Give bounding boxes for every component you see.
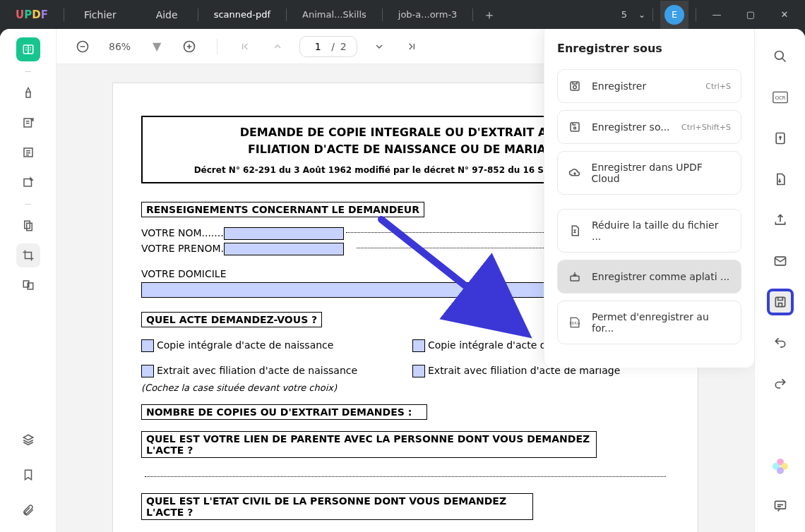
tab-count: 5	[617, 9, 631, 20]
prev-page-button[interactable]	[267, 36, 288, 57]
highlight-tool[interactable]	[16, 81, 40, 105]
save-as-button[interactable]	[767, 289, 794, 315]
share-button[interactable]	[767, 207, 794, 234]
checkbox[interactable]	[141, 339, 154, 352]
compress-icon	[568, 224, 582, 237]
checkbox[interactable]	[412, 339, 425, 352]
avatar-button[interactable]: E	[660, 1, 688, 29]
menu-file[interactable]: Fichier	[64, 9, 136, 20]
save-icon	[568, 80, 582, 92]
right-rail: OCR	[754, 29, 805, 532]
titlebar: UPDF Fichier Aide scanned-pdf Animal...S…	[0, 0, 805, 29]
save-as-icon	[568, 121, 582, 133]
svg-point-18	[573, 85, 577, 89]
app-logo: UPDF	[0, 8, 64, 21]
compress-button[interactable]	[767, 166, 794, 193]
cloud-icon	[568, 167, 582, 179]
ai-button[interactable]	[767, 453, 794, 480]
compare-tool[interactable]	[16, 273, 40, 297]
email-button[interactable]	[767, 248, 794, 274]
save-cloud-item[interactable]: Enregistrer dans UPDF Cloud	[557, 151, 741, 195]
zoom-dropdown[interactable]: ▼	[146, 36, 167, 57]
pages-tool[interactable]	[16, 140, 40, 164]
pdfa-icon: PDF/A	[568, 316, 582, 329]
chevron-down-icon[interactable]: ⌄	[638, 10, 645, 20]
page-indicator: / 2	[299, 36, 357, 57]
svg-text:PDF/A: PDF/A	[570, 321, 580, 325]
save-panel: Enregistrer sous Enregistrer Ctrl+S Enre…	[544, 29, 754, 368]
section-heading: QUEL EST L'ETAT CIVIL DE LA PERSONNE DON…	[141, 493, 533, 520]
svg-point-20	[574, 127, 576, 129]
window-maximize[interactable]: ▢	[737, 1, 764, 29]
window-close[interactable]: ✕	[771, 1, 798, 29]
new-tab-button[interactable]: ＋	[473, 6, 506, 23]
form-field-prenom[interactable]	[224, 243, 344, 255]
tab-0[interactable]: scanned-pdf	[198, 9, 286, 20]
redo-button[interactable]	[767, 370, 794, 397]
ocr-button[interactable]: OCR	[767, 84, 794, 111]
workspace: — — OCR 86% ▼	[0, 29, 805, 532]
section-heading: QUEL ACTE DEMANDEZ-VOUS ?	[141, 312, 322, 327]
organize-tool[interactable]	[16, 214, 40, 238]
svg-point-8	[775, 52, 783, 60]
save-pdfa-item[interactable]: PDF/A Permet d'enregistrer au for...	[557, 301, 741, 344]
flatten-icon	[568, 270, 582, 283]
save-as-item[interactable]: Enregistrer so... Ctrl+Shift+S	[557, 110, 741, 144]
page-current-input[interactable]	[310, 41, 326, 52]
form-tool[interactable]	[16, 170, 40, 194]
tab-1[interactable]: Animal...Skills	[287, 9, 382, 20]
form-field-nom[interactable]	[224, 227, 344, 240]
crop-tool[interactable]	[16, 243, 40, 267]
annotate-tool[interactable]	[16, 111, 40, 135]
comment-button[interactable]	[767, 492, 794, 519]
separator: —	[16, 67, 40, 75]
save-flatten-item[interactable]: Enregistrer comme aplati ...	[557, 260, 741, 294]
undo-button[interactable]	[767, 330, 794, 356]
page-total: 2	[340, 41, 347, 52]
convert-button[interactable]	[767, 125, 794, 152]
tab-2[interactable]: job-a...orm-3	[383, 9, 473, 20]
save-item[interactable]: Enregistrer Ctrl+S	[557, 69, 741, 103]
layers-button[interactable]	[16, 428, 40, 452]
search-button[interactable]	[767, 43, 794, 70]
attachment-button[interactable]	[16, 498, 40, 522]
zoom-level: 86%	[105, 41, 135, 52]
menu-help[interactable]: Aide	[136, 9, 198, 20]
separator: —	[16, 200, 40, 208]
section-heading: QUEL EST VOTRE LIEN DE PARENTE AVEC LA P…	[141, 431, 597, 458]
next-page-button[interactable]	[369, 36, 390, 57]
bookmark-button[interactable]	[16, 463, 40, 487]
svg-rect-13	[775, 297, 785, 306]
zoom-out-button[interactable]	[72, 36, 93, 57]
checkbox[interactable]	[141, 365, 154, 377]
svg-text:OCR: OCR	[775, 95, 785, 101]
reduce-size-item[interactable]: Réduire la taille du fichier ...	[557, 209, 741, 253]
section-heading: NOMBRE DE COPIES OU D'EXTRAIT DEMANDES :	[141, 404, 427, 420]
reader-mode-button[interactable]	[16, 37, 40, 61]
section-heading: RENSEIGNEMENTS CONCERNANT LE DEMANDEUR	[141, 202, 424, 217]
panel-title: Enregistrer sous	[557, 42, 741, 55]
left-rail: — —	[0, 29, 56, 532]
last-page-button[interactable]	[401, 36, 422, 57]
checkbox[interactable]	[412, 365, 425, 377]
window-minimize[interactable]: —	[703, 1, 730, 29]
first-page-button[interactable]	[234, 36, 256, 57]
zoom-in-button[interactable]	[179, 36, 200, 57]
